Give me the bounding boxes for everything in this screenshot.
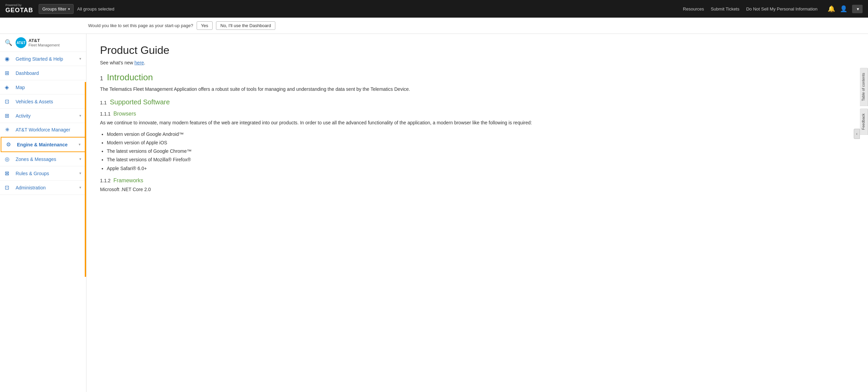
sidebar-item-label: Engine & Maintenance xyxy=(17,142,75,147)
section-h1-intro: 1 Introduction xyxy=(100,72,854,83)
sidebar-orange-line xyxy=(85,82,86,277)
section-title: Browsers xyxy=(114,111,136,117)
rules-icon: ⊠ xyxy=(5,170,12,177)
submit-tickets-link[interactable]: Submit Tickets xyxy=(711,6,739,12)
sidebar-item-administration[interactable]: ⊡ Administration ▾ xyxy=(0,181,86,195)
user-chevron-icon: ▾ xyxy=(857,6,859,12)
vehicles-icon: ⊡ xyxy=(5,98,12,105)
map-icon: ◈ xyxy=(5,84,12,90)
collapse-panel-button[interactable]: ‹ xyxy=(854,129,860,139)
search-icon[interactable]: 🔍 xyxy=(5,39,12,46)
chevron-down-icon: ▾ xyxy=(79,114,81,118)
section-body: The Telematics Fleet Management Applicat… xyxy=(100,85,854,93)
section-title: Frameworks xyxy=(114,178,143,183)
all-groups-text: All groups selected xyxy=(77,6,114,12)
list-item: Modern version of Google Android™ xyxy=(107,130,854,139)
chevron-down-icon: ▾ xyxy=(79,185,81,190)
workforce-icon: ⛯ xyxy=(5,127,12,133)
chevron-down-icon: ▾ xyxy=(79,57,81,61)
groups-filter-button[interactable]: Groups filter ▾ xyxy=(39,4,74,14)
section-title: Supported Software xyxy=(110,98,170,106)
sidebar-item-map[interactable]: ◈ Map xyxy=(0,80,86,95)
att-logo-text: AT&T Fleet Management xyxy=(28,38,60,48)
section-num: 1.1 xyxy=(100,100,106,105)
table-of-contents-tab[interactable]: Table of contents xyxy=(860,68,868,106)
feedback-tab[interactable]: Feedback xyxy=(860,108,868,135)
dashboard-icon: ⊞ xyxy=(5,70,12,76)
zones-icon: ◎ xyxy=(5,156,12,162)
groups-filter-label: Groups filter xyxy=(42,6,66,12)
chevron-down-icon: ▾ xyxy=(79,171,81,176)
att-logo-circle: AT&T xyxy=(16,37,26,48)
sidebar-item-label: Administration xyxy=(16,185,76,190)
intro-before-link: See what's new xyxy=(100,60,135,65)
main-content: Product Guide See what's new here. 1 Int… xyxy=(86,34,868,392)
sidebar-item-dashboard[interactable]: ⊞ Dashboard xyxy=(0,66,86,80)
sidebar-item-engine[interactable]: ⚙ Engine & Maintenance ▾ xyxy=(1,137,86,152)
att-main-text: AT&T xyxy=(28,38,60,43)
top-bar-right: Resources Submit Tickets Do Not Sell My … xyxy=(683,5,863,13)
section-h2-supported: 1.1 Supported Software xyxy=(100,98,854,106)
sidebar-item-zones[interactable]: ◎ Zones & Messages ▾ xyxy=(0,152,86,166)
notification-bell-icon[interactable]: 🔔 xyxy=(828,5,835,13)
no-dashboard-button[interactable]: No, I'll use the Dashboard xyxy=(216,21,275,30)
activity-icon: ⊞ xyxy=(5,112,12,119)
startup-question: Would you like to set this page as your … xyxy=(88,23,193,28)
sidebar-item-label: Map xyxy=(16,85,81,90)
sidebar-item-getting-started[interactable]: ◉ Getting Started & Help ▾ xyxy=(0,52,86,66)
section-num: 1.1.1 xyxy=(100,111,111,117)
sidebar-item-label: Getting Started & Help xyxy=(16,56,76,62)
sidebar-item-label: Zones & Messages xyxy=(16,157,76,162)
here-link[interactable]: here xyxy=(135,60,144,65)
list-item: The latest versions of Mozilla® Firefox® xyxy=(107,156,854,164)
section-title: Introduction xyxy=(107,72,153,82)
sidebar-item-label: Vehicles & Assets xyxy=(16,99,81,104)
chevron-down-icon: ▾ xyxy=(68,7,70,11)
sidebar-item-label: AT&T Workforce Manager xyxy=(16,127,81,132)
intro-text: See what's new here. xyxy=(100,60,854,65)
yes-button[interactable]: Yes xyxy=(197,21,213,30)
page-title: Product Guide xyxy=(100,44,854,57)
administration-icon: ⊡ xyxy=(5,184,12,191)
top-bar-icons: 🔔 👤 ▾ xyxy=(828,5,863,13)
sidebar-item-label: Dashboard xyxy=(16,70,81,76)
app-layout: 🔍 AT&T AT&T Fleet Management ◉ Getting S… xyxy=(0,34,868,392)
section-body-frameworks: Microsoft .NET Core 2.0 xyxy=(100,186,854,193)
sidebar-item-rules[interactable]: ⊠ Rules & Groups ▾ xyxy=(0,166,86,181)
brand-name: GEOTAB xyxy=(5,7,33,14)
att-logo: AT&T AT&T Fleet Management xyxy=(16,37,60,48)
secondary-bar: Would you like to set this page as your … xyxy=(0,18,868,34)
chevron-down-icon: ▾ xyxy=(79,142,81,147)
top-bar: Powered by GEOTAB Groups filter ▾ All gr… xyxy=(0,0,868,18)
list-item: Apple Safari® 6.0+ xyxy=(107,164,854,173)
sidebar-item-activity[interactable]: ⊞ Activity ▾ xyxy=(0,109,86,123)
section-num: 1.1.2 xyxy=(100,178,111,183)
sidebar-item-workforce[interactable]: ⛯ AT&T Workforce Manager xyxy=(0,123,86,137)
sidebar-item-label: Rules & Groups xyxy=(16,171,76,176)
section-h3-browsers: 1.1.1 Browsers xyxy=(100,111,854,117)
user-menu-button[interactable]: ▾ xyxy=(852,5,863,13)
getting-started-icon: ◉ xyxy=(5,56,12,62)
user-avatar-icon[interactable]: 👤 xyxy=(840,5,847,13)
sidebar-logo-row: 🔍 AT&T AT&T Fleet Management xyxy=(0,34,86,52)
geotab-logo: Powered by GEOTAB xyxy=(5,4,33,14)
chevron-down-icon: ▾ xyxy=(79,157,81,161)
list-item: Modern version of Apple iOS xyxy=(107,139,854,147)
sidebar-item-label: Activity xyxy=(16,113,76,119)
browsers-list: Modern version of Google Android™ Modern… xyxy=(107,130,854,173)
att-sub-text: Fleet Management xyxy=(28,43,60,47)
sidebar: 🔍 AT&T AT&T Fleet Management ◉ Getting S… xyxy=(0,34,86,392)
engine-icon: ⚙ xyxy=(6,141,14,148)
section-h3-frameworks: 1.1.2 Frameworks xyxy=(100,178,854,184)
section-body-browsers: As we continue to innovate, many modern … xyxy=(100,119,854,126)
sidebar-item-vehicles[interactable]: ⊡ Vehicles & Assets xyxy=(0,95,86,109)
resources-link[interactable]: Resources xyxy=(683,6,704,12)
list-item: The latest versions of Google Chrome™ xyxy=(107,147,854,156)
section-num: 1 xyxy=(100,76,103,81)
intro-after: . xyxy=(144,60,145,65)
do-not-sell-link[interactable]: Do Not Sell My Personal Information xyxy=(746,6,817,12)
